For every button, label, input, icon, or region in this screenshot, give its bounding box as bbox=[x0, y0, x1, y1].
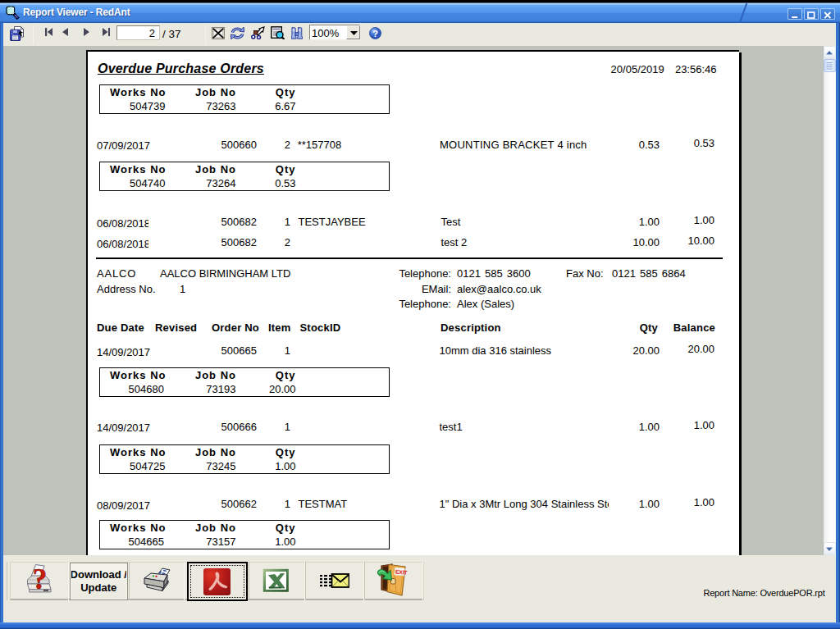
svg-text:?: ? bbox=[372, 29, 378, 39]
svg-text:EXIT: EXIT bbox=[395, 569, 409, 576]
svg-text:?: ? bbox=[33, 563, 48, 595]
